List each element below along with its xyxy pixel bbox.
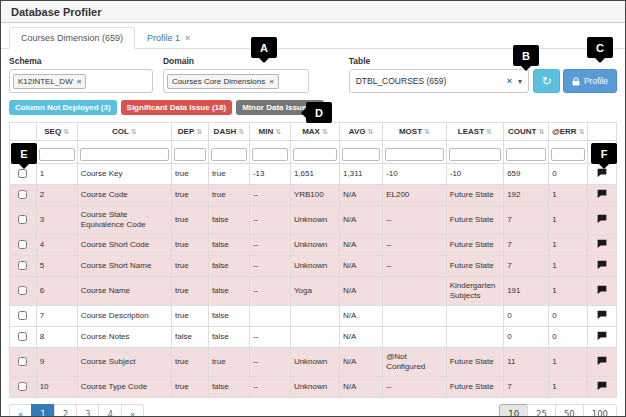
cell-err: 0 (549, 164, 588, 185)
table-row[interactable]: 1 Course Key true true -13 1,651 1,311 -… (10, 164, 617, 185)
cell-min: -- (249, 348, 290, 377)
table-row[interactable]: 2 Course Code true true -- YRB100 N/A EL… (10, 185, 617, 206)
table-row[interactable]: 6 Course Name true false -- Yoga N/A Kin… (10, 277, 617, 306)
filter-input-err[interactable] (551, 148, 585, 161)
column-header-col[interactable]: COL⇅ (77, 123, 171, 141)
page-button-3[interactable]: 3 (76, 404, 99, 417)
cell-least: Future State (446, 256, 503, 277)
page-size-button-100[interactable]: 100 (583, 404, 617, 417)
table-body: 1 Course Key true true -13 1,651 1,311 -… (10, 164, 617, 398)
filter-input-col[interactable] (80, 148, 169, 161)
filter-input-dash[interactable] (211, 148, 247, 161)
tab-courses-dimension[interactable]: Courses Dimension (659) (9, 27, 135, 49)
filter-input-seq[interactable] (39, 148, 75, 161)
comment-column-header (588, 123, 617, 141)
cell-dep: true (171, 185, 208, 206)
filter-badge-column-not-deployed-3[interactable]: Column Not Deployed (3) (9, 100, 117, 115)
comment-icon[interactable] (597, 381, 607, 390)
comment-icon[interactable] (597, 239, 607, 248)
page-size-button-10[interactable]: 10 (499, 404, 528, 417)
page-title: Database Profiler (11, 6, 101, 18)
schema-tag: K12INTEL_DW × (13, 74, 86, 89)
profile-button[interactable]: Profile (563, 69, 617, 93)
column-header-count[interactable]: COUNT⇅ (504, 123, 549, 141)
cell-err: 0 (549, 327, 588, 348)
column-header-max[interactable]: MAX⇅ (290, 123, 339, 141)
table-row[interactable]: 3 Course State Equivalence Code true fal… (10, 206, 617, 235)
column-header-err[interactable]: @ERR⇅ (549, 123, 588, 141)
cell-max (290, 327, 339, 348)
clear-table-icon[interactable]: × (507, 76, 512, 86)
row-checkbox[interactable] (18, 215, 27, 224)
table-row[interactable]: 10 Course Type Code true false -- Unknow… (10, 377, 617, 398)
row-checkbox[interactable] (18, 311, 27, 320)
cell-most: -- (383, 206, 447, 235)
filter-input-most[interactable] (385, 148, 444, 161)
filter-input-least[interactable] (449, 148, 501, 161)
table-row[interactable]: 9 Course Subject true true -- Unknown N/… (10, 348, 617, 377)
column-header-most[interactable]: MOST⇅ (383, 123, 447, 141)
row-checkbox[interactable] (18, 261, 27, 270)
domain-tag: Courses Core Dimensions × (167, 74, 279, 89)
comment-icon[interactable] (597, 310, 607, 319)
row-checkbox[interactable] (18, 382, 27, 391)
row-checkbox[interactable] (18, 240, 27, 249)
cell-least (446, 306, 503, 327)
column-header-least[interactable]: LEAST⇅ (446, 123, 503, 141)
page-size-button-50[interactable]: 50 (555, 404, 584, 417)
column-header-avg[interactable]: AVG⇅ (340, 123, 383, 141)
table-row[interactable]: 4 Course Short Code true false -- Unknow… (10, 235, 617, 256)
filter-badge-significant-data-issue-18[interactable]: Significant Data Issue (18) (121, 100, 233, 115)
remove-schema-tag-icon[interactable]: × (77, 77, 82, 86)
table-row[interactable]: 8 Course Notes false false -- N/A 0 0 (10, 327, 617, 348)
page-button-4[interactable]: 4 (98, 404, 121, 417)
cell-count: 7 (504, 235, 549, 256)
column-header-seq[interactable]: SEQ⇅ (36, 123, 77, 141)
next-page-button[interactable]: » (121, 404, 144, 417)
cell-seq: 5 (36, 256, 77, 277)
sort-icon: ⇅ (131, 128, 137, 136)
column-header-min[interactable]: MIN⇅ (249, 123, 290, 141)
comment-icon[interactable] (597, 214, 607, 223)
filter-input-min[interactable] (252, 148, 288, 161)
domain-input[interactable]: Courses Core Dimensions × (163, 69, 309, 93)
cell-col: Course Name (77, 277, 171, 306)
row-checkbox[interactable] (18, 190, 27, 199)
refresh-button[interactable]: ↻ (533, 69, 560, 93)
row-checkbox[interactable] (18, 332, 27, 341)
table-row[interactable]: 7 Course Description true false N/A 0 0 (10, 306, 617, 327)
column-header-dash[interactable]: DASH⇅ (208, 123, 249, 141)
cell-dash: false (208, 327, 249, 348)
prev-page-button[interactable]: « (9, 404, 32, 417)
comment-icon[interactable] (597, 189, 607, 198)
page-button-2[interactable]: 2 (54, 404, 77, 417)
remove-domain-tag-icon[interactable]: × (269, 77, 274, 86)
filter-input-count[interactable] (506, 148, 546, 161)
table-select[interactable]: DTBL_COURSES (659) × ▾ (349, 69, 529, 93)
cell-dep: true (171, 277, 208, 306)
comment-icon[interactable] (597, 356, 607, 365)
page-button-1[interactable]: 1 (31, 404, 54, 417)
comment-icon[interactable] (597, 331, 607, 340)
table-area: SEQ⇅COL⇅DEP⇅DASH⇅MIN⇅MAX⇅AVG⇅MOST⇅LEAST⇅… (1, 122, 625, 398)
callout-d: D (306, 102, 332, 123)
page-size-button-25[interactable]: 25 (527, 404, 556, 417)
cell-avg: N/A (340, 306, 383, 327)
comment-icon[interactable] (597, 260, 607, 269)
close-tab-icon[interactable]: × (185, 33, 190, 43)
domain-field: Domain Courses Core Dimensions × (163, 56, 309, 93)
comment-icon[interactable] (597, 285, 607, 294)
row-checkbox[interactable] (18, 286, 27, 295)
schema-input[interactable]: K12INTEL_DW × (9, 69, 153, 93)
filter-input-dep[interactable] (174, 148, 206, 161)
cell-least: Future State (446, 206, 503, 235)
column-header-dep[interactable]: DEP⇅ (171, 123, 208, 141)
cell-most: -10 (383, 164, 447, 185)
sort-icon: ⇅ (579, 128, 585, 136)
filter-input-max[interactable] (293, 148, 337, 161)
cell-avg: N/A (340, 235, 383, 256)
tab-profile-1[interactable]: Profile 1 × (135, 27, 202, 49)
table-row[interactable]: 5 Course Short Name true false -- Unknow… (10, 256, 617, 277)
filter-input-avg[interactable] (342, 148, 380, 161)
row-checkbox[interactable] (18, 357, 27, 366)
